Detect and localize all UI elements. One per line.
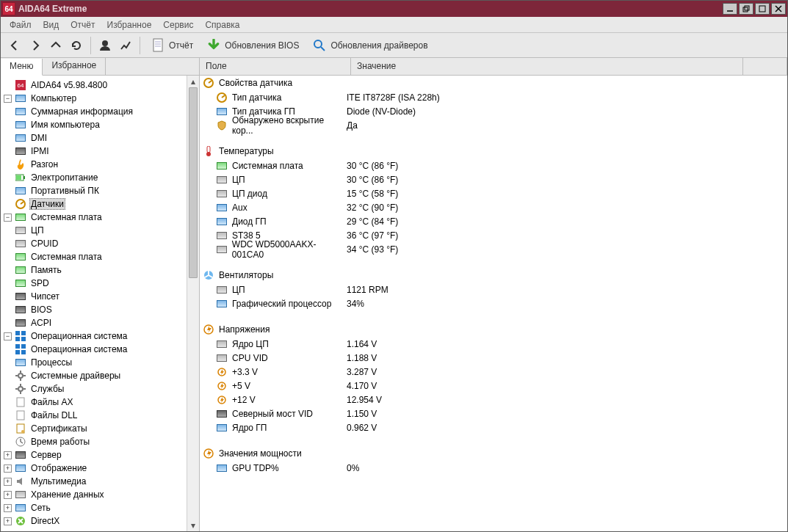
- tree-item[interactable]: Чипсет: [4, 290, 199, 303]
- data-row[interactable]: WDC WD5000AAKX-001CA0 34 °C (93 °F): [200, 242, 787, 256]
- menu-help[interactable]: Справка: [200, 18, 244, 32]
- data-row[interactable]: Ядро ЦП 1.164 V: [200, 337, 787, 351]
- user-icon[interactable]: [98, 39, 112, 52]
- tree-display[interactable]: +Отображение: [4, 462, 199, 475]
- menu-file[interactable]: Файл: [5, 18, 36, 32]
- tree-item[interactable]: Системная плата: [4, 250, 199, 263]
- tree-item[interactable]: DMI: [4, 131, 199, 145]
- tree-item[interactable]: CPUID: [4, 237, 199, 250]
- tree-network[interactable]: +Сеть: [4, 501, 199, 514]
- row-value: 4.170 V: [347, 381, 787, 391]
- tree-item[interactable]: Системные драйверы: [4, 369, 199, 382]
- driver-update-button[interactable]: Обновления драйверов: [309, 37, 430, 54]
- tree-item-label: BIOS: [29, 304, 54, 316]
- menu-fav[interactable]: Избранное: [103, 18, 156, 32]
- tree-directx[interactable]: +DirectX: [4, 514, 199, 528]
- tree-item[interactable]: BIOS: [4, 303, 199, 316]
- tree-item[interactable]: Имя компьютера: [4, 118, 199, 131]
- tree-os[interactable]: − Операционная система: [4, 329, 199, 343]
- expander-icon[interactable]: +: [4, 504, 12, 512]
- expander-icon[interactable]: +: [4, 478, 12, 486]
- menu-report[interactable]: Отчёт: [66, 18, 99, 32]
- data-row[interactable]: Диод ГП 29 °C (84 °F): [200, 214, 787, 228]
- tree-item[interactable]: Электропитание: [4, 171, 199, 184]
- svg-point-31: [18, 387, 23, 391]
- maximize-button[interactable]: [755, 3, 770, 15]
- tree-scroll-area[interactable]: 64 AIDA64 v5.98.4800 − Компьютер Суммарн…: [1, 76, 199, 531]
- data-row[interactable]: Aux 32 °C (90 °F): [200, 200, 787, 214]
- tree-root[interactable]: 64 AIDA64 v5.98.4800: [4, 79, 199, 92]
- scroll-down-icon[interactable]: ▾: [187, 520, 199, 531]
- data-row[interactable]: CPU VID 1.188 V: [200, 351, 787, 365]
- report-button[interactable]: Отчёт: [148, 37, 196, 54]
- up-button[interactable]: [49, 39, 62, 52]
- data-row[interactable]: Тип датчика ITE IT8728F (ISA 228h): [200, 90, 787, 104]
- col-field[interactable]: Поле: [200, 58, 351, 75]
- expander-icon[interactable]: −: [4, 95, 12, 103]
- tree-item[interactable]: Портативный ПК: [4, 184, 199, 197]
- restore-button[interactable]: [739, 3, 753, 15]
- minimize-button[interactable]: [723, 3, 737, 15]
- bios-update-button[interactable]: Обновления BIOS: [203, 37, 302, 54]
- expander-icon[interactable]: −: [4, 332, 12, 340]
- data-row[interactable]: Обнаружено вскрытие кор... Да: [200, 118, 787, 132]
- forward-button[interactable]: [29, 39, 42, 52]
- expander-icon[interactable]: +: [4, 464, 12, 473]
- tree-item-label: Файлы AX: [29, 396, 74, 408]
- data-row[interactable]: Ядро ГП 0.962 V: [200, 420, 787, 434]
- app-icon: 64: [2, 2, 15, 15]
- tree-item[interactable]: ЦП: [4, 224, 199, 237]
- svg-rect-7: [153, 39, 162, 51]
- col-value[interactable]: Значение: [351, 58, 743, 75]
- tree-item[interactable]: Службы: [4, 382, 199, 396]
- expander-icon[interactable]: +: [4, 517, 12, 525]
- data-row[interactable]: ЦП 30 °C (86 °F): [200, 172, 787, 186]
- tree-item[interactable]: Файлы DLL: [4, 409, 199, 422]
- content-scroll[interactable]: Свойства датчика Тип датчика ITE IT8728F…: [200, 76, 787, 531]
- data-row[interactable]: GPU TDP% 0%: [200, 461, 787, 475]
- tree-computer[interactable]: − Компьютер: [4, 92, 199, 105]
- back-button[interactable]: [8, 39, 21, 52]
- svg-rect-20: [15, 337, 20, 341]
- chart-icon[interactable]: [119, 39, 132, 52]
- tree-item-label: SPD: [29, 277, 51, 289]
- menu-service[interactable]: Сервис: [159, 18, 198, 32]
- tree-item[interactable]: Операционная система: [4, 343, 199, 356]
- menu-view[interactable]: Вид: [39, 18, 64, 32]
- tree-multimedia[interactable]: +Мультимедиа: [4, 475, 199, 488]
- tree-item[interactable]: SPD: [4, 277, 199, 290]
- tree-server[interactable]: +Сервер: [4, 448, 199, 462]
- data-row[interactable]: Графический процессор 34%: [200, 296, 787, 310]
- close-button[interactable]: [771, 3, 786, 15]
- scroll-thumb[interactable]: [189, 87, 198, 278]
- data-row[interactable]: +12 V 12.954 V: [200, 393, 787, 407]
- tree-item[interactable]: IPMI: [4, 145, 199, 158]
- tree-item[interactable]: Время работы: [4, 435, 199, 448]
- tree-item[interactable]: Сертификаты: [4, 422, 199, 435]
- tree-item[interactable]: Суммарная информация: [4, 105, 199, 118]
- expander-icon[interactable]: +: [4, 491, 12, 499]
- tree-scrollbar[interactable]: ▴ ▾: [187, 76, 199, 531]
- tab-menu[interactable]: Меню: [1, 59, 43, 76]
- scroll-up-icon[interactable]: ▴: [187, 76, 199, 87]
- data-row[interactable]: Северный мост VID 1.150 V: [200, 407, 787, 420]
- data-row[interactable]: Системная плата 30 °C (86 °F): [200, 158, 787, 172]
- row-icon: [216, 92, 228, 103]
- bolt-icon: [203, 324, 214, 335]
- tree-item[interactable]: Процессы: [4, 356, 199, 369]
- data-row[interactable]: +5 V 4.170 V: [200, 379, 787, 393]
- tree-item[interactable]: Память: [4, 263, 199, 277]
- tree-item[interactable]: ACPI: [4, 316, 199, 329]
- expander-icon[interactable]: −: [4, 214, 12, 222]
- expander-icon[interactable]: +: [4, 451, 12, 459]
- refresh-button[interactable]: [70, 39, 83, 52]
- tree-motherboard[interactable]: − Системная плата: [4, 211, 199, 224]
- tree-item[interactable]: Файлы AX: [4, 396, 199, 409]
- tab-fav[interactable]: Избранное: [43, 58, 106, 75]
- tree-storage[interactable]: +Хранение данных: [4, 488, 199, 501]
- tree-item[interactable]: Разгон: [4, 158, 199, 171]
- tree-item[interactable]: Датчики: [4, 197, 199, 211]
- data-row[interactable]: +3.3 V 3.287 V: [200, 365, 787, 379]
- data-row[interactable]: ЦП диод 15 °C (58 °F): [200, 186, 787, 200]
- data-row[interactable]: ЦП 1121 RPM: [200, 283, 787, 296]
